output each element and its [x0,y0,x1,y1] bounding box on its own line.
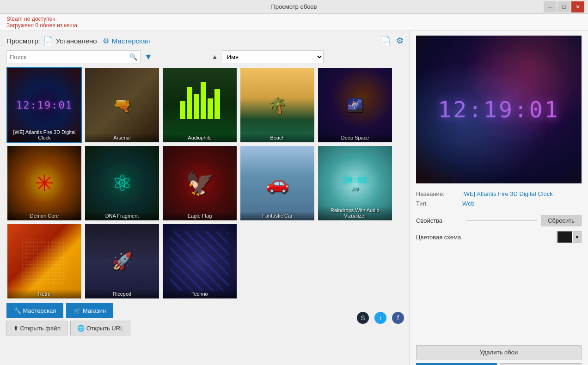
settings-button[interactable]: ⚙ [395,35,404,47]
steam-icon: ⚙ [103,36,109,45]
wallpaper-item-atlantis[interactable]: 12:19:01 [WE] Atlantis Fire 3D Digital C… [6,67,82,143]
name-value: [WE] Atlantis Fire 3D Digital Clock [462,190,582,197]
wallpaper-item-ricepod[interactable]: 🚀 Ricepod [84,223,160,299]
wallpaper-label-demon: Demon Core [7,211,81,220]
right-bottom-buttons: Удалить обои ОК Отмена [416,345,582,365]
social-icons: S t f [356,311,404,327]
steam-error-line1: Steam не доступен. [6,16,582,22]
color-scheme-label: Цветовая схема [416,234,472,241]
wallpaper-item-car[interactable]: 🚗 Fantastic Car [239,145,315,221]
cancel-button[interactable]: Отмена [500,363,582,365]
ok-cancel-row: ОК Отмена [416,363,582,365]
wallpaper-label-car: Fantastic Car [240,211,314,220]
window-controls: ─ □ ✕ [544,1,584,12]
wallpaper-label-eagle: Eagle Flag [163,211,237,220]
wallpaper-item-dna[interactable]: ⚛ DNA Fragment [84,145,160,221]
wallpaper-item-techno[interactable]: Techno [162,223,238,299]
wallpaper-label-beach: Beach [240,133,314,142]
preview-stars [416,36,582,183]
main-container: Просмотр: 📄 Установлено ⚙ Мастерская 📄 ⚙… [0,31,588,365]
installed-link[interactable]: Установлено [56,37,97,45]
delete-button[interactable]: Удалить обои [416,345,582,359]
color-swatch [557,231,572,243]
open-url-button[interactable]: 🌐 Открыть URL [70,321,130,335]
wallpaper-item-demon[interactable]: ✳ Demon Core [6,145,82,221]
wallpaper-item-arsenal[interactable]: 🔫 Arsenal [84,67,160,143]
type-value: Web [462,200,582,207]
search-input-wrap[interactable]: 🔍 [6,50,141,63]
ok-button[interactable]: ОК [416,363,497,365]
thumbnail-grid: 12:19:01 [WE] Atlantis Fire 3D Digital C… [6,67,404,299]
shop-button[interactable]: 🛒 Магазин [66,303,113,318]
sort-arrow-icon[interactable]: ▲ [212,53,218,61]
wallpaper-item-retro[interactable]: Retro [6,223,82,299]
search-icon[interactable]: 🔍 [129,53,137,61]
audio-bars [175,87,225,124]
right-panel: 12:19:01 Название: [WE] Atlantis Fire 3D… [409,31,588,365]
svg-text:f: f [397,314,399,322]
properties-row: Свойства Сбросить [416,215,582,226]
wallpaper-label-techno: Techno [163,289,237,298]
wallpaper-item-deepspace[interactable]: 🌌 Deep Space [317,67,393,143]
new-wallpaper-button[interactable]: 📄 [380,35,392,47]
left-panel: Просмотр: 📄 Установлено ⚙ Мастерская 📄 ⚙… [0,31,409,365]
facebook-social-icon[interactable]: f [392,311,404,327]
wallpaper-label-raindrops: Raindrops With Audio Vizualizer [318,206,392,220]
maximize-button[interactable]: □ [557,1,570,12]
reset-button[interactable]: Сбросить [541,215,582,226]
wallpaper-label-deepspace: Deep Space [318,133,392,142]
svg-text:S: S [361,314,365,322]
properties-divider [466,220,537,221]
wallpaper-label-retro: Retro [7,289,81,298]
steam-social-icon[interactable]: S [356,311,369,327]
minimize-button[interactable]: ─ [544,1,557,12]
header-icons: 📄 ⚙ [380,35,404,47]
preview-image: 12:19:01 [416,36,582,183]
search-bar: 🔍 ▼ ▲ Имя Тип Дата [6,50,404,63]
wallpaper-item-eagle[interactable]: 🦅 Eagle Flag [162,145,238,221]
open-file-button[interactable]: ⬆ Открыть файл [6,321,67,335]
sort-select[interactable]: Имя Тип Дата [222,50,324,63]
info-table: Название: [WE] Atlantis Fire 3D Digital … [416,189,582,208]
color-swatch-picker[interactable]: ▼ [557,231,582,243]
wallpaper-label-dna: DNA Fragment [85,211,159,220]
steam-error-banner: Steam не доступен. Загружено 0 обоев из … [0,14,588,31]
type-row: Тип: Web [416,199,582,208]
wallpaper-item-beach[interactable]: 🌴 Beach [239,67,315,143]
wallpaper-item-raindrops[interactable]: 20:02 AM Raindrops With Audio Vizualizer [317,145,393,221]
color-dropdown-arrow[interactable]: ▼ [573,231,581,243]
workshop-link[interactable]: Мастерская [112,37,150,45]
search-input[interactable] [10,54,129,61]
close-button[interactable]: ✕ [571,1,584,12]
wallpaper-label-ricepod: Ricepod [85,289,159,298]
window-title: Просмотр обоев [271,3,317,10]
twitter-social-icon[interactable]: t [374,311,387,327]
view-header: Просмотр: 📄 Установлено ⚙ Мастерская 📄 ⚙ [6,35,404,47]
filter-icon[interactable]: ▼ [144,52,153,62]
wallpaper-label-arsenal: Arsenal [85,133,159,142]
wallpaper-label-audiophile: Audiophile [163,133,237,142]
bottom-bar: 🔧 Мастерская 🛒 Магазин ⬆ Открыть файл 🌐 … [6,303,404,335]
title-bar: Просмотр обоев ─ □ ✕ [0,0,588,14]
steam-error-line2: Загружено 0 обоев из кеша. [6,22,582,29]
doc-icon: 📄 [43,36,53,46]
primary-buttons: 🔧 Мастерская 🛒 Магазин [6,303,130,318]
raindrops-time: 20:02 [343,175,368,185]
name-label: Название: [416,190,462,197]
color-scheme-row: Цветовая схема ▼ [416,231,582,243]
view-label: Просмотр: [6,37,40,45]
wallpaper-item-audiophile[interactable]: Audiophile [162,67,238,143]
properties-label: Свойства [416,217,462,224]
type-label: Тип: [416,200,462,207]
name-row: Название: [WE] Atlantis Fire 3D Digital … [416,189,582,199]
workshop-button[interactable]: 🔧 Мастерская [6,303,63,318]
secondary-buttons: ⬆ Открыть файл 🌐 Открыть URL [6,321,130,335]
atlantis-time: 12:19:01 [16,99,73,111]
wallpaper-label-atlantis: [WE] Atlantis Fire 3D Digital Clock [7,128,81,142]
